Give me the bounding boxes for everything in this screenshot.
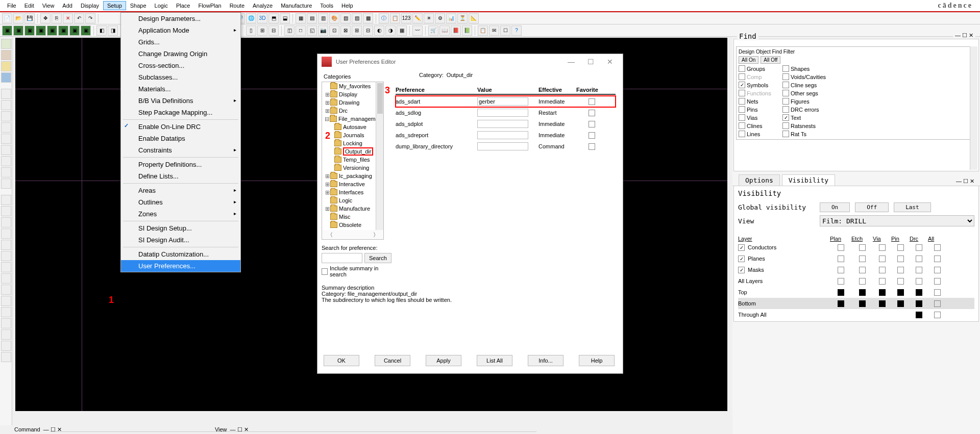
layer-checkbox[interactable] xyxy=(738,267,745,273)
tb-icon[interactable]: ▧ xyxy=(340,13,351,23)
tab-visibility[interactable]: Visibility xyxy=(782,174,835,186)
layer-row[interactable]: Through All xyxy=(738,309,974,320)
layer-cell[interactable] xyxy=(934,256,941,262)
menu-route[interactable]: Route xyxy=(226,1,249,10)
setup-menu-item[interactable]: B/B Via Definitions▸ xyxy=(121,95,240,107)
v-icon[interactable] xyxy=(1,134,11,144)
pref-favorite-checkbox[interactable] xyxy=(589,143,595,150)
layer-cell[interactable] xyxy=(859,256,866,262)
dialog-titlebar[interactable]: User Preferences Editor — ☐ ✕ xyxy=(317,54,623,69)
find-checkbox[interactable] xyxy=(782,106,789,113)
dialog-apply-button[interactable]: Apply xyxy=(426,355,461,366)
tree-node[interactable]: ⊞Display xyxy=(322,90,383,98)
tb-icon[interactable]: 📖 xyxy=(439,25,450,36)
menu-display[interactable]: Display xyxy=(77,1,103,10)
view-select[interactable]: Film: DRILL xyxy=(820,215,974,226)
menu-edit[interactable]: Edit xyxy=(20,1,38,10)
layer-cell[interactable] xyxy=(859,278,866,285)
tb-icon[interactable]: 📋 xyxy=(390,13,400,23)
tb-123-icon[interactable]: 123 xyxy=(401,13,411,23)
layer-cell[interactable] xyxy=(859,289,866,296)
tree-node[interactable]: Obsolete xyxy=(322,221,383,229)
tb-icon[interactable]: ☐ xyxy=(500,25,510,36)
tb-info-icon[interactable]: ⓘ xyxy=(379,13,389,23)
tree-node[interactable]: ⊞Ic_packaging xyxy=(322,172,383,180)
pref-value-input[interactable] xyxy=(477,109,528,117)
find-checkbox[interactable] xyxy=(739,73,745,80)
tb-icon[interactable]: ✏️ xyxy=(412,13,423,23)
v-icon[interactable] xyxy=(1,145,11,155)
layer-row[interactable]: Top xyxy=(738,287,974,298)
v-icon[interactable] xyxy=(1,89,11,99)
tb-icon[interactable]: ⬒ xyxy=(268,13,279,23)
setup-menu-item[interactable]: Grids... xyxy=(121,36,240,48)
tb-icon[interactable]: ▥ xyxy=(318,13,328,23)
v-icon[interactable] xyxy=(1,178,11,189)
category-tree[interactable]: My_favorites⊞Display⊞Drawing⊞Drc⊟File_ma… xyxy=(322,82,384,240)
layer-cell[interactable] xyxy=(879,300,886,307)
tree-node[interactable]: ⊞Drawing xyxy=(322,98,383,107)
tb-icon[interactable]: ◫ xyxy=(284,25,295,36)
tb-icon[interactable]: ▣ xyxy=(36,25,46,36)
scrollbar[interactable] xyxy=(970,46,977,170)
tree-node[interactable]: Misc xyxy=(322,213,383,221)
layer-cell[interactable] xyxy=(838,267,844,273)
v-icon[interactable] xyxy=(1,285,11,295)
v-icon[interactable] xyxy=(1,167,11,177)
menu-tools[interactable]: Tools xyxy=(316,1,337,10)
dialog-cancel-button[interactable]: Cancel xyxy=(375,355,410,366)
menu-add[interactable]: Add xyxy=(58,1,77,10)
layer-row[interactable]: Masks xyxy=(738,264,974,275)
tb-icon[interactable]: ⚙ xyxy=(435,13,445,23)
layer-cell[interactable] xyxy=(934,312,941,318)
tb-icon[interactable]: 📋 xyxy=(478,25,488,36)
v-icon[interactable] xyxy=(1,195,11,205)
tb-icon[interactable]: 📕 xyxy=(451,25,461,36)
tb-icon[interactable]: ☀ xyxy=(424,13,434,23)
tree-node[interactable]: Output_dir xyxy=(322,147,383,156)
layer-cell[interactable] xyxy=(916,244,922,251)
menu-file[interactable]: File xyxy=(3,1,20,10)
find-checkbox[interactable] xyxy=(782,73,789,80)
tb-icon[interactable]: ◐ xyxy=(374,25,384,36)
menu-setup[interactable]: Setup xyxy=(103,1,126,10)
layer-cell[interactable] xyxy=(838,244,844,251)
tb-icon[interactable]: 📊 xyxy=(446,13,456,23)
setup-menu-item[interactable]: Change Drawing Origin xyxy=(121,48,240,60)
setup-menu-item[interactable]: SI Design Audit... xyxy=(121,234,240,246)
layer-cell[interactable] xyxy=(897,267,904,273)
pref-value-input[interactable] xyxy=(477,97,528,106)
v-icon[interactable] xyxy=(1,39,11,49)
find-checkbox[interactable] xyxy=(739,65,745,72)
tb-icon[interactable]: ◑ xyxy=(385,25,396,36)
v-icon[interactable] xyxy=(1,341,11,351)
setup-menu-item[interactable]: SI Design Setup... xyxy=(121,222,240,234)
v-icon[interactable] xyxy=(1,72,11,83)
find-checkbox[interactable] xyxy=(782,131,789,137)
layer-cell[interactable] xyxy=(897,278,904,285)
layer-cell[interactable] xyxy=(897,244,904,251)
find-checkbox[interactable] xyxy=(782,65,789,72)
menu-help[interactable]: Help xyxy=(337,1,357,10)
tb-icon[interactable]: 〰 xyxy=(412,25,423,36)
redo-icon[interactable]: ↷ xyxy=(85,13,95,23)
tree-node[interactable]: ⊞Manufacture xyxy=(322,205,383,213)
tb-icon[interactable]: ◱ xyxy=(307,25,317,36)
setup-menu-item[interactable]: Areas▸ xyxy=(121,185,240,196)
layer-cell[interactable] xyxy=(859,244,866,251)
v-icon[interactable] xyxy=(1,262,11,272)
setup-menu-item[interactable]: Define Lists... xyxy=(121,170,240,182)
layer-cell[interactable] xyxy=(897,256,904,262)
copy-icon[interactable]: ⎘ xyxy=(52,13,62,23)
setup-menu-item[interactable]: Outlines▸ xyxy=(121,196,240,208)
tb-icon[interactable]: ▩ xyxy=(363,13,373,23)
find-checkbox[interactable] xyxy=(739,131,745,137)
setup-menu-item[interactable]: Subclasses... xyxy=(121,71,240,83)
tb-icon[interactable]: ⏳ xyxy=(457,13,468,23)
layer-cell[interactable] xyxy=(934,244,941,251)
tb-icon[interactable]: ▤ xyxy=(307,13,317,23)
tb-icon[interactable]: 📗 xyxy=(462,25,472,36)
layer-cell[interactable] xyxy=(879,278,886,285)
v-icon[interactable] xyxy=(1,100,11,110)
v-icon[interactable] xyxy=(1,206,11,216)
